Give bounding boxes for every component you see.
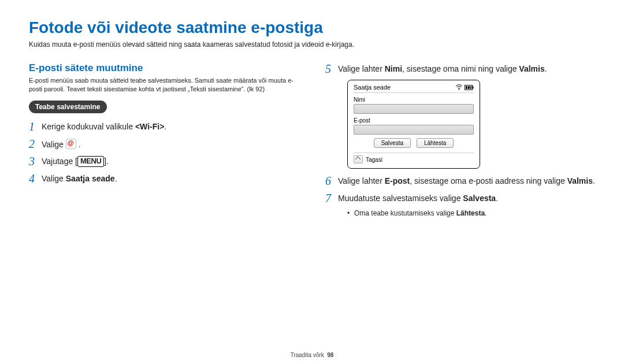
sender-settings-label: Saatja seade [66,174,115,183]
device-header: Saatja seade [354,84,474,93]
intro-text: Kuidas muuta e-posti menüüs olevaid sätt… [29,40,595,49]
text-fragment: . [115,174,117,183]
text-fragment: Valige [42,174,66,183]
save-info-pill: Teabe salvestamine [29,101,107,113]
section-subhead: E-posti sätete muutmine [29,62,299,74]
text-fragment: Valige lahter [338,176,385,185]
step-text: Muudatuste salvestamiseks valige Salvest… [338,192,595,205]
done-label: Valmis [567,176,593,185]
text-fragment: Muudatuste salvestamiseks valige [338,194,463,203]
email-app-icon [66,139,76,149]
svg-rect-2 [473,86,474,88]
step-2: 2 Valige . [29,138,299,151]
step-number: 4 [29,172,42,185]
text-fragment: , sisestage oma e-posti aadress ning val… [410,176,567,185]
step-text: Valige Saatja seade. [42,172,299,185]
page-title: Fotode või videote saatmine e-postiga [29,18,595,37]
device-title: Saatja seade [354,84,391,91]
device-label-email: E-post [354,117,474,124]
svg-rect-5 [470,86,471,89]
text-fragment: Kerige kodukuval valikule [42,122,135,131]
device-save-button: Salvesta [374,138,411,148]
step-number: 3 [29,155,42,168]
device-label-name: Nimi [354,96,474,103]
wifi-icon [455,84,463,90]
text-fragment: Vajutage [ [42,157,77,166]
step-4: 4 Valige Saatja seade. [29,172,299,185]
step-number: 5 [325,62,338,75]
step-number: 1 [29,120,42,133]
right-column: 5 Valige lahter Nimi, sisestage oma nimi… [325,62,595,218]
svg-rect-3 [466,86,467,89]
step-text: Kerige kodukuval valikule <Wi-Fi>. [42,120,299,133]
step-5: 5 Valige lahter Nimi, sisestage oma nimi… [325,62,595,75]
text-fragment: , sisestage oma nimi ning valige [402,64,519,73]
step-1: 1 Kerige kodukuval valikule <Wi-Fi>. [29,120,299,133]
bullet-note: Oma teabe kustutamiseks valige Lähtesta. [347,209,595,218]
device-reset-button: Lähtesta [417,138,454,148]
left-column: E-posti sätete muutmine E-posti menüüs s… [29,62,299,218]
text-fragment: . [593,176,595,185]
step-number: 2 [29,138,42,150]
step-6: 6 Valige lahter E-post, sisestage oma e-… [325,174,595,187]
text-fragment: Valige lahter [338,64,385,73]
text-fragment: ]. [104,157,109,166]
device-screenshot: Saatja seade Nimi E-post Salvesta [347,80,480,169]
section-desc: E-posti menüüs saab muuta sätteid teabe … [29,76,299,94]
back-icon [354,155,363,164]
device-input-name [354,104,474,114]
page-footer: Traadita võrk 98 [0,352,624,358]
device-buttons: Salvesta Lähtesta [354,138,474,148]
device-back-label: Tagasi [366,157,382,163]
steps-right: 5 Valige lahter Nimi, sisestage oma nimi… [325,62,595,75]
step-text: Valige lahter E-post, sisestage oma e-po… [338,174,595,187]
step-number: 6 [325,174,338,187]
device-status-icons [455,84,474,90]
step-3: 3 Vajutage [MENU]. [29,155,299,168]
step-7: 7 Muudatuste salvestamiseks valige Salve… [325,192,595,205]
battery-icon [465,85,474,90]
footer-page: 98 [327,352,333,358]
text-fragment: . [485,209,486,217]
text-fragment: . [545,64,547,73]
wifi-label: <Wi-Fi> [135,122,164,131]
save-label: Salvesta [463,194,496,203]
reset-label: Lähtesta [456,209,485,217]
text-fragment: Valige [42,140,66,149]
step-text: Valige lahter Nimi, sisestage oma nimi n… [338,62,595,75]
step-number: 7 [325,192,338,205]
name-label: Nimi [385,64,402,73]
step-text: Vajutage [MENU]. [42,155,299,168]
text-fragment: . [164,122,166,131]
device-footer: Tagasi [354,153,474,164]
footer-label: Traadita võrk [291,352,324,358]
menu-button-icon: MENU [77,156,104,167]
step-text: Valige . [42,138,299,151]
device-input-email [354,125,474,135]
svg-rect-4 [468,86,470,89]
content-columns: E-posti sätete muutmine E-posti menüüs s… [29,62,595,218]
steps-right-cont: 6 Valige lahter E-post, sisestage oma e-… [325,174,595,205]
text-fragment: . [496,194,498,203]
done-label: Valmis [519,64,544,73]
steps-left: 1 Kerige kodukuval valikule <Wi-Fi>. 2 V… [29,120,299,185]
email-label: E-post [385,176,410,185]
text-fragment: . [76,140,81,149]
svg-point-0 [459,89,460,90]
text-fragment: Oma teabe kustutamiseks valige [354,209,456,217]
